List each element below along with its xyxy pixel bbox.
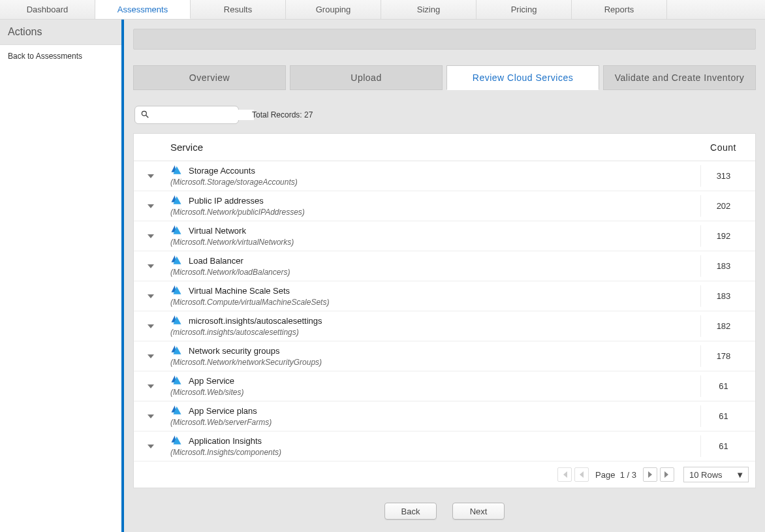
rows-per-page-label: 10 Rows bbox=[689, 470, 723, 480]
count-cell: 183 bbox=[700, 255, 746, 277]
service-subtext: (Microsoft.Network/loadBalancers) bbox=[170, 268, 700, 277]
next-button[interactable]: Next bbox=[452, 503, 505, 520]
service-cell: App Service plans (Microsoft.Web/serverF… bbox=[170, 405, 700, 427]
azure-icon bbox=[170, 195, 182, 206]
tab-reports[interactable]: Reports bbox=[572, 0, 667, 19]
total-records-label: Total Records: 27 bbox=[252, 110, 313, 119]
table-row: Storage Accounts (Microsoft.Storage/stor… bbox=[134, 161, 755, 191]
count-cell: 202 bbox=[700, 195, 746, 217]
service-subtext: (Microsoft.Insights/components) bbox=[170, 448, 700, 457]
service-cell: Virtual Network (Microsoft.Network/virtu… bbox=[170, 225, 700, 247]
bottom-buttons: Back Next bbox=[133, 488, 756, 524]
count-cell: 178 bbox=[700, 345, 746, 367]
expand-row-button[interactable] bbox=[143, 168, 159, 184]
service-name: Network security groups bbox=[189, 346, 279, 356]
search-row: Total Records: 27 bbox=[134, 106, 756, 124]
table-row: Virtual Machine Scale Sets (Microsoft.Co… bbox=[134, 281, 755, 311]
expand-row-button[interactable] bbox=[143, 258, 159, 274]
service-cell: Virtual Machine Scale Sets (Microsoft.Co… bbox=[170, 285, 700, 307]
pager-next-button[interactable] bbox=[643, 467, 657, 482]
search-input[interactable] bbox=[153, 110, 254, 120]
service-name: Virtual Network bbox=[189, 226, 246, 236]
service-name: App Service plans bbox=[189, 406, 257, 416]
service-cell: App Service (Microsoft.Web/sites) bbox=[170, 375, 700, 397]
table-row: Network security groups (Microsoft.Netwo… bbox=[134, 341, 755, 371]
expand-row-button[interactable] bbox=[143, 198, 159, 214]
search-icon bbox=[140, 110, 149, 121]
expand-row-button[interactable] bbox=[143, 409, 159, 424]
table-row: App Service plans (Microsoft.Web/serverF… bbox=[134, 401, 755, 431]
search-box[interactable] bbox=[134, 106, 239, 124]
inner-tab-review-cloud-services[interactable]: Review Cloud Services bbox=[446, 65, 599, 90]
service-name: Virtual Machine Scale Sets bbox=[189, 286, 290, 296]
service-name: Public IP addresses bbox=[189, 196, 264, 206]
tab-sizing[interactable]: Sizing bbox=[381, 0, 476, 19]
service-cell: Storage Accounts (Microsoft.Storage/stor… bbox=[170, 165, 700, 187]
service-cell: Network security groups (Microsoft.Netwo… bbox=[170, 345, 700, 367]
service-name: Storage Accounts bbox=[189, 166, 255, 176]
service-subtext: (Microsoft.Storage/storageAccounts) bbox=[170, 178, 700, 187]
count-cell: 61 bbox=[700, 405, 746, 427]
service-cell: Public IP addresses (Microsoft.Network/p… bbox=[170, 195, 700, 217]
tab-dashboard[interactable]: Dashboard bbox=[0, 0, 95, 19]
azure-icon bbox=[170, 315, 182, 326]
azure-icon bbox=[170, 285, 182, 296]
inner-tab-validate-inventory[interactable]: Validate and Create Inventory bbox=[603, 65, 756, 90]
service-cell: Load Balancer (Microsoft.Network/loadBal… bbox=[170, 255, 700, 277]
expand-row-button[interactable] bbox=[143, 439, 159, 454]
table-row: App Service (Microsoft.Web/sites) 61 bbox=[134, 371, 755, 401]
service-name: App Service bbox=[189, 376, 234, 386]
pager-last-button[interactable] bbox=[660, 467, 674, 482]
tab-pricing[interactable]: Pricing bbox=[476, 0, 572, 19]
azure-icon bbox=[170, 375, 182, 386]
back-button[interactable]: Back bbox=[384, 503, 437, 520]
count-cell: 182 bbox=[700, 315, 746, 337]
svg-line-1 bbox=[146, 115, 149, 117]
expand-row-button[interactable] bbox=[143, 289, 159, 304]
chevron-down-icon: ▼ bbox=[736, 470, 744, 480]
azure-icon bbox=[170, 345, 182, 356]
service-name: Load Balancer bbox=[189, 256, 243, 266]
pager-first-button[interactable] bbox=[557, 467, 572, 482]
main-content: Overview Upload Review Cloud Services Va… bbox=[124, 20, 765, 532]
table-footer: Page 1 / 3 10 Rows ▼ bbox=[134, 462, 755, 488]
page-label: Page 1 / 3 bbox=[595, 470, 636, 480]
expand-row-button[interactable] bbox=[143, 228, 159, 244]
tab-results[interactable]: Results bbox=[191, 0, 286, 19]
count-cell: 61 bbox=[700, 435, 746, 457]
pager-group: Page 1 / 3 bbox=[557, 467, 674, 482]
services-table: Service Count Storage Accounts (Microsof… bbox=[133, 133, 756, 488]
back-to-assessments-link[interactable]: Back to Assessments bbox=[0, 45, 121, 67]
column-header-service[interactable]: Service bbox=[170, 142, 700, 153]
inner-tab-upload[interactable]: Upload bbox=[290, 65, 443, 90]
rows-per-page-select[interactable]: 10 Rows ▼ bbox=[683, 467, 749, 482]
count-cell: 183 bbox=[700, 285, 746, 307]
service-subtext: (Microsoft.Network/networkSecurityGroups… bbox=[170, 358, 700, 367]
service-subtext: (microsoft.insights/autoscalesettings) bbox=[170, 328, 700, 337]
expand-row-button[interactable] bbox=[143, 349, 159, 364]
column-header-count[interactable]: Count bbox=[700, 142, 746, 153]
azure-icon bbox=[170, 165, 182, 176]
tab-assessments[interactable]: Assessments bbox=[95, 0, 191, 19]
azure-icon bbox=[170, 405, 182, 416]
inner-tab-overview[interactable]: Overview bbox=[133, 65, 286, 90]
table-row: Virtual Network (Microsoft.Network/virtu… bbox=[134, 221, 755, 251]
service-subtext: (Microsoft.Web/serverFarms) bbox=[170, 418, 700, 427]
count-cell: 61 bbox=[700, 375, 746, 397]
toolbar-strip bbox=[133, 29, 756, 50]
azure-icon bbox=[170, 255, 182, 266]
pager-prev-button[interactable] bbox=[574, 467, 589, 482]
expand-row-button[interactable] bbox=[143, 379, 159, 394]
service-cell: Application Insights (Microsoft.Insights… bbox=[170, 435, 700, 457]
tab-grouping[interactable]: Grouping bbox=[286, 0, 381, 19]
table-row: Public IP addresses (Microsoft.Network/p… bbox=[134, 191, 755, 221]
service-subtext: (Microsoft.Network/publicIPAddresses) bbox=[170, 208, 700, 217]
service-subtext: (Microsoft.Network/virtualNetworks) bbox=[170, 238, 700, 247]
expand-row-button[interactable] bbox=[143, 319, 159, 334]
table-row: Load Balancer (Microsoft.Network/loadBal… bbox=[134, 251, 755, 281]
service-name: Application Insights bbox=[189, 436, 262, 446]
top-nav: Dashboard Assessments Results Grouping S… bbox=[0, 0, 765, 20]
service-subtext: (Microsoft.Compute/virtualMachineScaleSe… bbox=[170, 298, 700, 307]
azure-icon bbox=[170, 435, 182, 446]
count-cell: 313 bbox=[700, 165, 746, 187]
